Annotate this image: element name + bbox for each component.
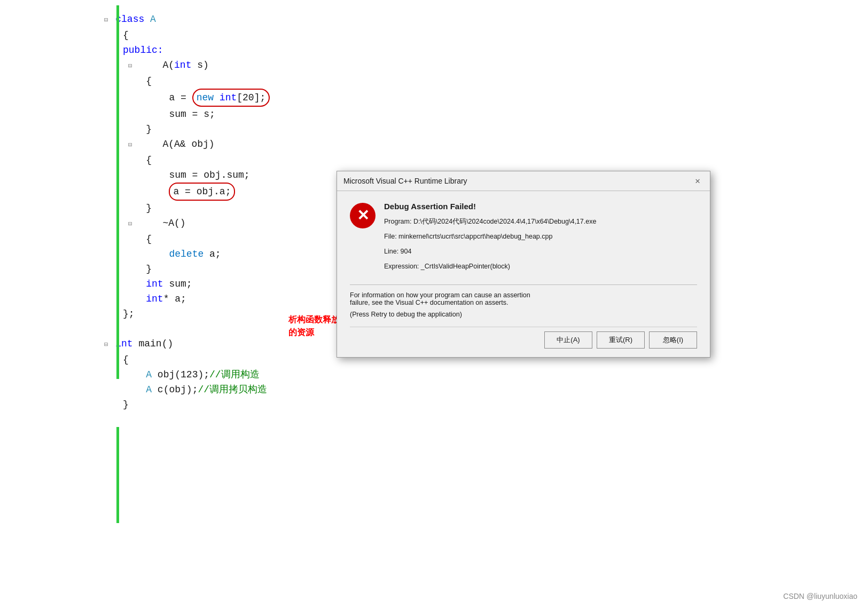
abort-button[interactable]: 中止(A) bbox=[544, 331, 592, 349]
collapse-icon5[interactable]: ⊟ bbox=[104, 337, 108, 352]
csdn-watermark: CSDN @liuyunluoxiao bbox=[783, 592, 857, 600]
info-text: For information on how your program can … bbox=[350, 291, 697, 306]
code-line-public: public: bbox=[118, 43, 868, 58]
close-button[interactable]: ✕ bbox=[692, 176, 703, 186]
line-number: Line: 904 bbox=[384, 246, 697, 257]
dialog-separator bbox=[350, 284, 697, 285]
code-line-obj-create: A obj(123);//调用构造 bbox=[118, 367, 868, 382]
dialog-main-text: Debug Assertion Failed! Program: D:\代码\2… bbox=[384, 202, 697, 276]
code-line-brace1: { bbox=[118, 28, 868, 43]
code-line-c-create: A c(obj);//调用拷贝构造 bbox=[118, 382, 868, 397]
collapse-icon[interactable]: ⊟ bbox=[104, 13, 108, 28]
code-line-brace3: } bbox=[118, 122, 868, 137]
code-line-brace2: { bbox=[118, 74, 868, 89]
code-line-sum-s: sum = s; bbox=[118, 107, 868, 122]
dialog-title: Microsoft Visual C++ Runtime Library bbox=[343, 177, 467, 185]
collapse-icon2[interactable]: ⊟ bbox=[128, 59, 132, 74]
dialog-buttons: 中止(A) 重试(R) 忽略(I) bbox=[350, 327, 697, 349]
error-dialog: Microsoft Visual C++ Runtime Library ✕ ✕… bbox=[337, 171, 710, 358]
dialog-body: ✕ Debug Assertion Failed! Program: D:\代码… bbox=[337, 191, 710, 357]
error-icon: ✕ bbox=[350, 203, 376, 228]
collapse-icon4[interactable]: ⊟ bbox=[128, 217, 132, 232]
file-path: File: minkernel\crts\ucrt\src\appcrt\hea… bbox=[384, 231, 697, 242]
assertion-text: Debug Assertion Failed! bbox=[384, 202, 697, 211]
code-line-main-brace2: } bbox=[118, 397, 868, 412]
expression: Expression: _CrtIsValidHeapPointer(block… bbox=[384, 261, 697, 272]
green-gutter-bar-main bbox=[116, 427, 119, 523]
green-gutter-bar bbox=[116, 5, 119, 379]
program-path: Program: D:\代码\2024代码\2024code\2024.4\4,… bbox=[384, 216, 697, 227]
code-line-constructor1: ⊟ A(int s) bbox=[118, 58, 868, 74]
code-line-class: ⊟ class A bbox=[104, 12, 868, 28]
dialog-icon-row: ✕ Debug Assertion Failed! Program: D:\代码… bbox=[350, 202, 697, 276]
ignore-button[interactable]: 忽略(I) bbox=[649, 331, 697, 349]
collapse-icon3[interactable]: ⊟ bbox=[128, 138, 132, 153]
code-line-new: a = new int[20]; bbox=[118, 89, 868, 107]
retry-button[interactable]: 重试(R) bbox=[597, 331, 645, 349]
code-line-copy-constructor: ⊟ A(A& obj) bbox=[118, 137, 868, 153]
code-line-brace4: { bbox=[118, 153, 868, 168]
press-text: (Press Retry to debug the application) bbox=[350, 311, 697, 318]
dialog-titlebar: Microsoft Visual C++ Runtime Library ✕ bbox=[337, 171, 710, 191]
